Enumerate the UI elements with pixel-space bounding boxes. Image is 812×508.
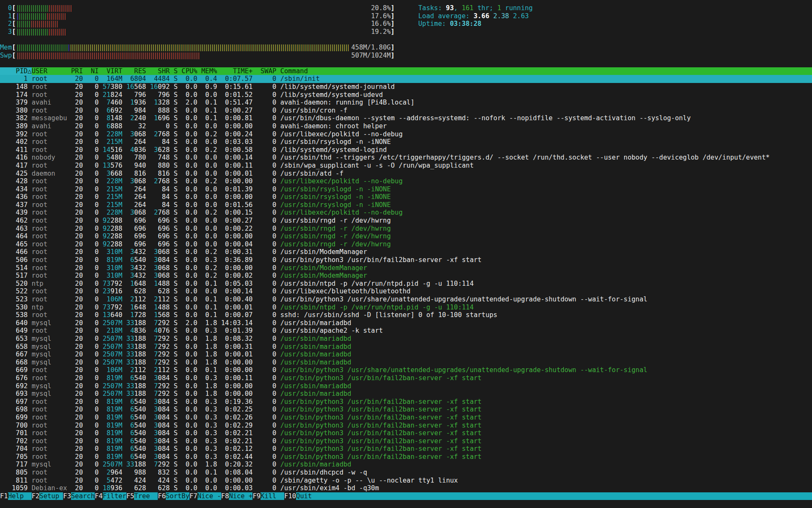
process-row-382[interactable]: 382 messagebu 20 0 8148 2240 1696 S 0.0 … bbox=[0, 114, 812, 122]
process-row-693[interactable]: 693 mysql 20 0 2507M 33188 7292 S 0.0 1.… bbox=[0, 390, 812, 398]
process-row-649[interactable]: 649 root 20 0 218M 4836 4076 S 0.0 0.3 0… bbox=[0, 327, 812, 335]
process-row-465[interactable]: 465 root 20 0 92288 696 696 S 0.0 0.0 0:… bbox=[0, 240, 812, 248]
process-row-658[interactable]: 658 mysql 20 0 2507M 33188 7292 S 0.0 1.… bbox=[0, 343, 812, 351]
process-row-379[interactable]: 379 avahi 20 0 7460 1936 1328 S 2.0 0.1 … bbox=[0, 99, 812, 107]
process-row-538[interactable]: 538 root 20 0 13640 1728 1568 S 0.0 0.1 … bbox=[0, 311, 812, 319]
column-header-virt[interactable]: VIRT bbox=[103, 67, 126, 75]
column-header-mem[interactable]: MEM% bbox=[201, 67, 221, 75]
cpu-meter-0-green-ticks: |||||||||||||||| bbox=[16, 4, 47, 12]
process-row-464[interactable]: 464 root 20 0 92288 696 696 S 0.0 0.0 0:… bbox=[0, 232, 812, 240]
process-row-389[interactable]: 389 avahi 20 0 6888 32 0 S 0.0 0.0 0:00.… bbox=[0, 122, 812, 130]
process-row-669[interactable]: 669 root 20 0 106M 2112 2112 S 0.0 0.1 0… bbox=[0, 366, 812, 374]
process-row-434[interactable]: 434 root 20 0 215M 264 84 S 0.0 0.0 0:01… bbox=[0, 185, 812, 193]
process-row-380[interactable]: 380 root 20 0 6692 984 888 S 0.0 0.1 0:0… bbox=[0, 107, 812, 115]
column-header-time[interactable]: TIME+ bbox=[221, 67, 257, 75]
fkey-label-filter[interactable]: Filter bbox=[103, 492, 126, 500]
cpu-meter-0-red-ticks: |||||||||||| bbox=[47, 4, 71, 12]
process-row-428[interactable]: 428 root 20 0 228M 3068 2768 S 0.0 0.2 0… bbox=[0, 177, 812, 185]
process-row-436[interactable]: 436 root 20 0 215M 264 84 S 0.0 0.0 0:00… bbox=[0, 193, 812, 201]
process-row-530[interactable]: 530 ntp 20 0 73792 1648 1488 S 0.0 0.1 0… bbox=[0, 304, 812, 312]
column-header-res[interactable]: RES bbox=[126, 67, 150, 75]
process-row-416[interactable]: 416 nobody 20 0 5480 780 748 S 0.0 0.0 0… bbox=[0, 154, 812, 162]
cpu-meter-1-green-ticks: |||||||||||||| bbox=[18, 12, 45, 20]
column-header-shr[interactable]: SHR bbox=[150, 67, 174, 75]
process-row-417[interactable]: 417 root 20 0 13576 940 880 S 0.0 0.0 0:… bbox=[0, 162, 812, 170]
process-row-811[interactable]: 811 root 20 0 5472 424 424 S 0.0 0.0 0:0… bbox=[0, 477, 812, 485]
process-row-698[interactable]: 698 root 20 0 819M 6540 3084 S 0.0 0.3 0… bbox=[0, 406, 812, 414]
process-row-676[interactable]: 676 root 20 0 819M 6540 3084 S 0.0 0.3 0… bbox=[0, 374, 812, 382]
process-command: /usr/bin/python3 /usr/share/unattended-u… bbox=[280, 366, 647, 374]
process-row-523[interactable]: 523 root 20 0 106M 2112 2112 S 0.0 0.1 0… bbox=[0, 295, 812, 304]
process-row-704[interactable]: 704 root 20 0 819M 6540 3084 S 0.0 0.3 0… bbox=[0, 445, 812, 453]
fkey-f1[interactable]: F1 bbox=[0, 492, 8, 500]
process-row-514[interactable]: 514 root 20 0 310M 3432 3068 S 0.0 0.2 0… bbox=[0, 264, 812, 272]
fkey-f9[interactable]: F9 bbox=[252, 492, 261, 500]
process-row-392[interactable]: 392 root 20 0 228M 3068 2768 S 0.0 0.2 0… bbox=[0, 130, 812, 138]
process-row-506[interactable]: 506 root 20 0 819M 6540 3084 S 0.0 0.3 0… bbox=[0, 256, 812, 264]
fkey-f10[interactable]: F10 bbox=[284, 492, 296, 500]
column-header-command[interactable]: Command bbox=[280, 67, 308, 75]
process-command: /usr/sbin/mariadbd bbox=[280, 461, 351, 468]
process-row-402[interactable]: 402 root 20 0 215M 264 84 S 0.0 0.0 0:03… bbox=[0, 138, 812, 146]
process-row-522[interactable]: 522 root 20 0 23916 628 628 S 0.0 0.0 0:… bbox=[0, 287, 812, 295]
process-row-699[interactable]: 699 root 20 0 819M 6540 3084 S 0.0 0.3 0… bbox=[0, 414, 812, 422]
process-row-640[interactable]: 640 mysql 20 0 2507M 33188 7292 S 2.0 1.… bbox=[0, 319, 812, 327]
cpu-meter-3-label: 3 bbox=[0, 28, 12, 36]
cpu-meter-0-label: 0 bbox=[0, 4, 12, 12]
process-row-697[interactable]: 697 root 20 0 819M 6540 3084 S 0.0 0.3 0… bbox=[0, 398, 812, 406]
process-row-148[interactable]: 148 root 20 0 57380 16568 16092 S 0.0 0.… bbox=[0, 83, 812, 91]
process-row-517[interactable]: 517 root 20 0 310M 3432 3068 S 0.0 0.2 0… bbox=[0, 272, 812, 280]
fkey-f4[interactable]: F4 bbox=[95, 492, 103, 500]
process-row-520[interactable]: 520 ntp 20 0 73792 1648 1488 S 0.0 0.1 0… bbox=[0, 280, 812, 288]
process-row-425[interactable]: 425 daemon 20 0 3668 816 816 S 0.0 0.0 0… bbox=[0, 170, 812, 178]
process-row-692[interactable]: 692 mysql 20 0 2507M 33188 7292 S 0.0 1.… bbox=[0, 382, 812, 390]
process-row-463[interactable]: 463 root 20 0 92288 696 696 S 0.0 0.0 0:… bbox=[0, 225, 812, 233]
process-command: /usr/bin/python3 /usr/bin/fail2ban-serve… bbox=[280, 374, 482, 382]
fkey-f2[interactable]: F2 bbox=[32, 492, 40, 500]
process-row-462[interactable]: 462 root 20 0 92288 696 696 S 0.0 0.0 0:… bbox=[0, 217, 812, 225]
process-row-466[interactable]: 466 root 20 0 310M 3432 3068 S 0.0 0.2 0… bbox=[0, 248, 812, 256]
column-header-pri[interactable]: PRI bbox=[71, 67, 87, 75]
process-row-805[interactable]: 805 root 20 0 2964 988 832 S 0.0 0.1 0:0… bbox=[0, 469, 812, 477]
process-row-667[interactable]: 667 mysql 20 0 2507M 33188 7292 S 0.0 1.… bbox=[0, 351, 812, 359]
process-row-702[interactable]: 702 root 20 0 819M 6540 3084 S 0.0 0.3 0… bbox=[0, 437, 812, 445]
column-header-cpu[interactable]: CPU% bbox=[181, 67, 201, 75]
process-command: /usr/bin/python3 /usr/bin/fail2ban-serve… bbox=[280, 445, 482, 453]
process-row-700[interactable]: 700 root 20 0 819M 6540 3084 S 0.0 0.3 0… bbox=[0, 422, 812, 430]
process-row-705[interactable]: 705 root 20 0 819M 6540 3084 S 0.0 0.3 0… bbox=[0, 453, 812, 461]
process-row-717[interactable]: 717 mysql 20 0 2507M 33188 7292 S 0.0 1.… bbox=[0, 461, 812, 469]
fkey-label-setup[interactable]: Setup bbox=[39, 492, 63, 500]
process-row-701[interactable]: 701 root 20 0 819M 6540 3084 S 0.0 0.3 0… bbox=[0, 429, 812, 437]
fkey-label-nice-[interactable]: Nice - bbox=[198, 492, 221, 500]
memory-meter: Mem[||||||||||||||||||||||||||||||||||||… bbox=[0, 44, 812, 52]
swap-meter: Swp[||||||||||||||||||||||||||||||||||||… bbox=[0, 52, 812, 60]
process-row-411[interactable]: 411 root 20 0 14516 4036 3628 S 0.0 0.2 … bbox=[0, 146, 812, 154]
fkey-f6[interactable]: F6 bbox=[158, 492, 166, 500]
fkey-label-kill[interactable]: Kill bbox=[261, 492, 284, 500]
column-header-user[interactable]: USER bbox=[32, 67, 71, 75]
column-header-s[interactable]: S bbox=[174, 67, 182, 75]
process-command: /usr/bin/python3 /usr/bin/fail2ban-serve… bbox=[280, 429, 482, 437]
process-row-1059[interactable]: 1059 Debian-ex 20 0 18936 628 628 S 0.0 … bbox=[0, 484, 812, 492]
process-row-437[interactable]: 437 root 20 0 215M 264 84 S 0.0 0.0 0:01… bbox=[0, 201, 812, 209]
process-command: /usr/sbin/ModemManager bbox=[280, 272, 367, 279]
process-row-174[interactable]: 174 root 20 0 21824 796 796 S 0.0 0.0 0:… bbox=[0, 91, 812, 99]
fkey-f5[interactable]: F5 bbox=[126, 492, 134, 500]
column-header-swap[interactable]: SWAP bbox=[257, 67, 280, 75]
column-header-ni[interactable]: NI bbox=[87, 67, 102, 75]
process-row-668[interactable]: 668 mysql 20 0 2507M 33188 7292 S 0.0 1.… bbox=[0, 359, 812, 367]
process-row-1[interactable]: 1 root 20 0 164M 6804 4484 S 0.0 0.4 0:0… bbox=[0, 75, 812, 83]
fkey-label-search[interactable]: Search bbox=[71, 492, 95, 500]
column-header-pid[interactable]: PID△ bbox=[0, 67, 32, 75]
fkey-f3[interactable]: F3 bbox=[63, 492, 71, 500]
fkey-f8[interactable]: F8 bbox=[221, 492, 229, 500]
fkey-f7[interactable]: F7 bbox=[189, 492, 198, 500]
fkey-label-nice-[interactable]: Nice + bbox=[229, 492, 252, 500]
fkey-label-tree[interactable]: Tree bbox=[134, 492, 158, 500]
process-row-439[interactable]: 439 root 20 0 228M 3068 2768 S 0.0 0.2 0… bbox=[0, 209, 812, 217]
process-command: /usr/libexec/polkitd --no-debug bbox=[280, 209, 403, 216]
fkey-label-sortby[interactable]: SortBy bbox=[166, 492, 189, 500]
fkey-label-help[interactable]: Help bbox=[8, 492, 32, 500]
fkey-label-quit[interactable]: Quit bbox=[296, 492, 320, 500]
process-row-653[interactable]: 653 mysql 20 0 2507M 33188 7292 S 0.0 1.… bbox=[0, 335, 812, 343]
